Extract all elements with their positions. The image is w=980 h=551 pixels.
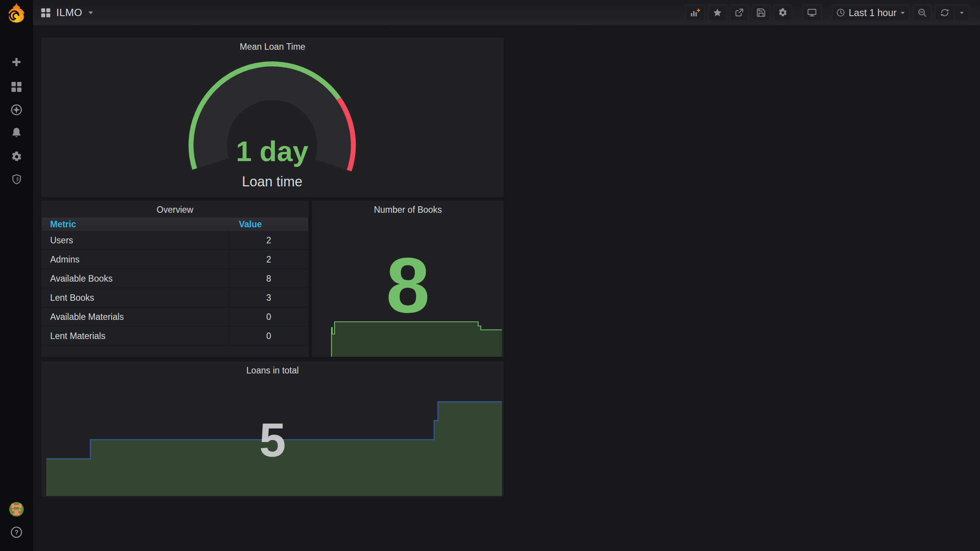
grafana-dashboard: ? ILMO: [0, 0, 980, 551]
navbar-toolbar: Last 1 hour: [686, 5, 969, 20]
table-header: Metric Value: [42, 218, 308, 231]
panel-loans-in-total: Loans in total 5: [41, 361, 504, 497]
value-cell: 3: [229, 288, 308, 307]
table-row: Admins 2: [42, 250, 308, 269]
metric-cell: Admins: [50, 250, 80, 269]
table-row: Available Materials 0: [42, 307, 308, 326]
dashboard-title[interactable]: ILMO: [56, 7, 82, 19]
table-row: Users 2: [42, 231, 308, 250]
plus-icon: [11, 56, 22, 68]
zoom-out-icon: [917, 8, 927, 18]
save-icon: [756, 8, 766, 18]
panel-number-of-books: Number of Books 8: [312, 201, 504, 357]
panel-title[interactable]: Mean Loan Time: [42, 42, 503, 52]
sidebar-item-server-admin[interactable]: [0, 174, 33, 186]
value-cell: 0: [229, 307, 308, 326]
star-icon: [712, 8, 722, 18]
cycle-view-mode-button[interactable]: [802, 5, 822, 20]
refresh-icon: [940, 8, 950, 18]
grafana-logo[interactable]: [0, 2, 33, 24]
chevron-down-icon: [88, 11, 94, 15]
chevron-down-icon: [900, 11, 905, 15]
svg-text:?: ?: [15, 529, 18, 536]
add-panel-button[interactable]: [686, 5, 705, 20]
table-row: Lent Materials 0: [42, 326, 308, 346]
table-row: Available Books 8: [42, 269, 308, 288]
sidebar-item-create[interactable]: [0, 56, 33, 68]
compass-icon: [10, 104, 23, 116]
value-cell: 0: [229, 326, 308, 345]
table-row: Lent Books 3: [42, 288, 308, 307]
panel-mean-loan-time: Mean Loan Time 1 day Loan time: [41, 37, 504, 197]
gear-icon: [778, 8, 788, 18]
sidebar-item-explore[interactable]: [0, 104, 33, 116]
share-dashboard-button[interactable]: [730, 5, 748, 20]
panel-title[interactable]: Overview: [42, 205, 308, 215]
column-header-value[interactable]: Value: [239, 218, 262, 231]
sidebar-item-alerting[interactable]: [0, 127, 33, 139]
metric-cell: Available Books: [50, 269, 113, 288]
bell-icon: [11, 127, 22, 139]
add-panel-icon: [690, 8, 701, 18]
shield-icon: [11, 174, 22, 186]
stat-value: 5: [42, 415, 503, 465]
dashboard-breadcrumb[interactable]: ILMO: [41, 0, 94, 25]
column-header-metric[interactable]: Metric: [50, 218, 76, 231]
sidebar-item-configuration[interactable]: [0, 150, 33, 163]
metric-cell: Lent Books: [50, 288, 94, 307]
metric-cell: Available Materials: [50, 307, 124, 326]
dashboard-settings-button[interactable]: [774, 5, 792, 20]
clock-icon: [836, 8, 845, 17]
value-cell: 8: [229, 269, 308, 288]
apps-grid-icon: [41, 8, 51, 18]
user-menu[interactable]: [0, 502, 33, 517]
time-picker-button[interactable]: Last 1 hour: [832, 5, 910, 20]
metric-cell: Users: [50, 231, 73, 250]
star-dashboard-button[interactable]: [708, 5, 727, 20]
gauge-label: Loan time: [196, 174, 349, 189]
refresh-interval-dropdown[interactable]: [954, 5, 969, 20]
sidebar-item-dashboards[interactable]: [0, 81, 33, 93]
user-avatar: [9, 502, 24, 517]
panel-overview-table: Overview Metric Value Users 2 Admins 2 A…: [41, 201, 309, 357]
navbar: ILMO: [33, 0, 980, 25]
stat-value: 8: [312, 244, 503, 326]
metric-cell: Lent Materials: [50, 326, 105, 346]
zoom-out-time-button[interactable]: [913, 5, 931, 20]
save-dashboard-button[interactable]: [752, 5, 770, 20]
grafana-flame-icon: [4, 2, 29, 24]
help-button[interactable]: ?: [0, 526, 33, 538]
share-icon: [734, 8, 744, 18]
help-icon: ?: [10, 526, 23, 538]
refresh-group: [935, 5, 969, 20]
value-cell: 2: [229, 231, 308, 249]
refresh-dashboard-button[interactable]: [935, 5, 954, 20]
gear-icon: [11, 151, 23, 163]
value-cell: 2: [229, 250, 308, 269]
sidebar: ?: [0, 0, 33, 551]
time-range-label: Last 1 hour: [849, 7, 897, 18]
chevron-down-icon: [959, 11, 964, 15]
gauge-value: 1 day: [196, 137, 349, 166]
tv-icon: [807, 8, 817, 18]
apps-grid-icon: [11, 81, 22, 93]
